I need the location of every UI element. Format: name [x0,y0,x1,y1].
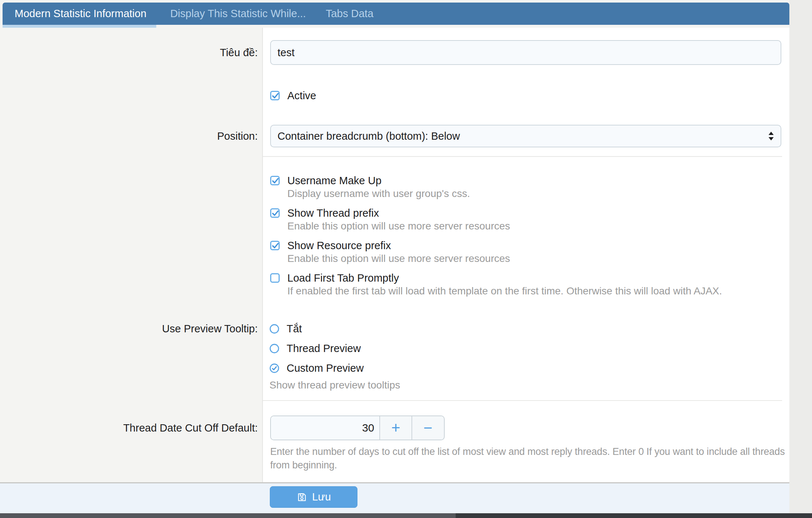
decrement-button[interactable]: − [411,416,444,440]
check-icon [271,241,280,250]
form-label-column [0,28,263,482]
footer-bar [0,483,789,513]
thread-date-help-line: from beginning. [270,459,337,471]
option-description: Display username with user group's css. [287,188,470,200]
check-icon [271,176,280,185]
position-select-value: Container breadcrumb (bottom): Below [277,130,460,142]
radio-label-thread-preview[interactable]: Thread Preview [287,342,361,355]
select-arrows-icon [767,131,775,142]
option-description: Enable this option will use more server … [287,220,510,232]
radio-label-custom-preview[interactable]: Custom Preview [287,362,364,374]
save-button[interactable]: Lưu [270,486,357,508]
thread-date-label: Thread Date Cut Off Default: [0,422,258,434]
settings-page: Modern Statistic Information Display Thi… [0,0,789,513]
option-label-show-thread-prefix[interactable]: Show Thread prefix [287,207,379,219]
increment-button[interactable]: + [379,416,411,440]
position-select[interactable]: Container breadcrumb (bottom): Below [270,125,781,147]
section-divider [263,400,782,401]
active-tab-underline [3,25,156,28]
active-checkbox[interactable] [270,91,280,100]
active-checkbox-label[interactable]: Active [287,89,316,102]
radio-custom-preview[interactable] [269,363,279,373]
option-label-load-first-tab-promptly[interactable]: Load First Tab Promptly [287,272,399,284]
title-input[interactable] [270,40,781,65]
checkbox-username-make-up[interactable] [270,176,280,185]
check-icon [271,91,280,100]
thread-date-help-line: Enter the number of days to cut off the … [270,445,785,458]
save-button-label: Lưu [312,491,331,503]
floppy-save-icon [296,492,307,503]
title-label: Tiêu đề: [0,46,258,59]
tab-display-this-statistic-while[interactable]: Display This Statistic While... [158,3,318,25]
option-label-show-resource-prefix[interactable]: Show Resource prefix [287,239,391,252]
thread-date-spinner: + − [270,415,445,440]
horizontal-scrollbar [0,513,812,518]
tab-tabs-data[interactable]: Tabs Data [318,3,382,25]
preview-tooltip-description: Show thread preview tooltips [269,379,400,391]
option-label-username-make-up[interactable]: Username Make Up [287,174,382,187]
checkbox-show-resource-prefix[interactable] [270,241,280,250]
preview-tooltip-label: Use Preview Tooltip: [0,322,258,335]
checkbox-show-thread-prefix[interactable] [270,208,280,218]
thread-date-input[interactable] [271,416,379,440]
section-divider [263,156,782,157]
radio-icon [269,344,279,353]
checkbox-load-first-tab-promptly[interactable] [270,273,280,283]
radio-label-tat[interactable]: Tắt [287,322,302,335]
app-tab-bar: Modern Statistic Information Display Thi… [3,3,789,25]
tab-modern-statistic-information[interactable]: Modern Statistic Information [3,3,158,25]
radio-check-icon [269,363,279,373]
check-icon [271,209,280,217]
radio-tat[interactable] [269,324,279,334]
option-description: Enable this option will use more server … [287,253,510,264]
position-label: Position: [0,130,258,142]
scrollbar-thumb[interactable] [0,513,456,518]
option-description: If enabled the first tab will load with … [287,285,722,297]
radio-thread-preview[interactable] [269,344,279,353]
radio-icon [269,324,279,334]
